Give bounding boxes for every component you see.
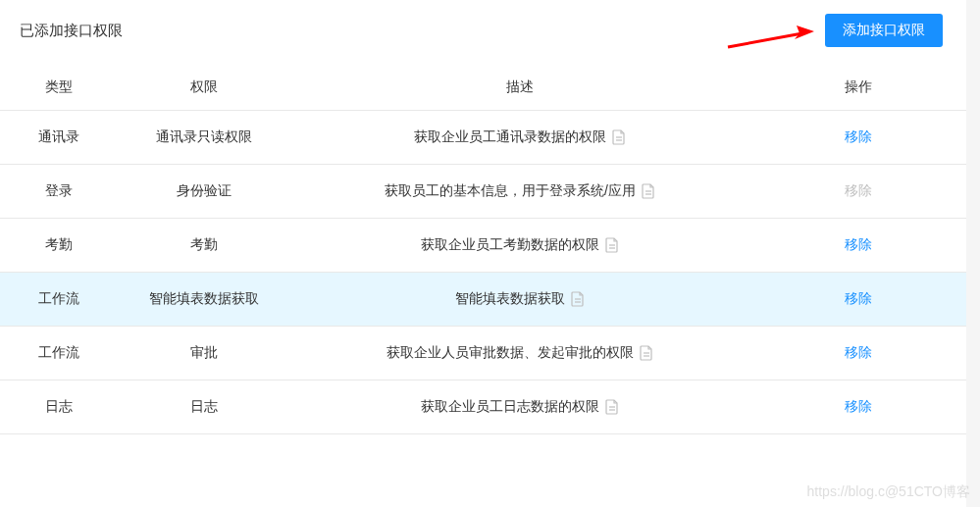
table-row[interactable]: 日志日志获取企业员工日志数据的权限移除 [0, 380, 966, 434]
document-icon [605, 237, 619, 253]
cell-type: 考勤 [0, 236, 118, 254]
remove-link: 移除 [845, 182, 872, 198]
document-icon [612, 129, 626, 145]
section-title: 已添加接口权限 [20, 22, 123, 40]
cell-type: 日志 [0, 398, 118, 416]
cell-operation: 移除 [750, 128, 966, 146]
column-header-type: 类型 [0, 78, 118, 96]
table-body: 通讯录通讯录只读权限获取企业员工通讯录数据的权限移除登录身份验证获取员工的基本信… [0, 110, 966, 434]
permissions-table: 类型 权限 描述 操作 通讯录通讯录只读权限获取企业员工通讯录数据的权限移除登录… [0, 65, 966, 434]
cell-operation: 移除 [750, 344, 966, 362]
table-row[interactable]: 通讯录通讯录只读权限获取企业员工通讯录数据的权限移除 [0, 110, 966, 164]
cell-operation: 移除 [750, 182, 966, 200]
cell-description: 获取员工的基本信息，用于登录系统/应用 [289, 182, 750, 200]
remove-link[interactable]: 移除 [845, 236, 872, 252]
table-row[interactable]: 工作流智能填表数据获取智能填表数据获取移除 [0, 272, 966, 326]
cell-type: 工作流 [0, 344, 118, 362]
svg-line-0 [728, 33, 802, 47]
cell-permission: 审批 [118, 344, 289, 362]
column-header-operation: 操作 [750, 78, 966, 96]
description-text: 获取企业人员审批数据、发起审批的权限 [387, 344, 634, 362]
remove-link[interactable]: 移除 [845, 128, 872, 144]
svg-marker-1 [795, 25, 814, 39]
cell-type: 登录 [0, 182, 118, 200]
description-text: 获取企业员工通讯录数据的权限 [414, 128, 606, 146]
table-row[interactable]: 考勤考勤获取企业员工考勤数据的权限移除 [0, 218, 966, 272]
remove-link[interactable]: 移除 [845, 344, 872, 360]
table-header-row: 类型 权限 描述 操作 [0, 65, 966, 110]
document-icon [642, 183, 655, 199]
cell-description: 获取企业员工通讯录数据的权限 [289, 128, 750, 146]
description-text: 获取企业员工日志数据的权限 [421, 398, 599, 416]
column-header-description: 描述 [289, 78, 750, 96]
description-text: 获取企业员工考勤数据的权限 [421, 236, 599, 254]
annotation-arrow-icon [726, 25, 814, 53]
document-icon [571, 291, 585, 307]
add-permission-button[interactable]: 添加接口权限 [825, 14, 943, 47]
document-icon [605, 399, 619, 415]
cell-type: 工作流 [0, 290, 118, 308]
cell-type: 通讯录 [0, 128, 118, 146]
document-icon [640, 345, 653, 361]
cell-description: 获取企业人员审批数据、发起审批的权限 [289, 344, 750, 362]
cell-operation: 移除 [750, 290, 966, 308]
remove-link[interactable]: 移除 [845, 398, 872, 414]
cell-description: 智能填表数据获取 [289, 290, 750, 308]
cell-description: 获取企业员工日志数据的权限 [289, 398, 750, 416]
cell-operation: 移除 [750, 236, 966, 254]
cell-operation: 移除 [750, 398, 966, 416]
table-row[interactable]: 工作流审批获取企业人员审批数据、发起审批的权限移除 [0, 326, 966, 380]
section-header: 已添加接口权限 添加接口权限 [0, 14, 966, 65]
table-row[interactable]: 登录身份验证获取员工的基本信息，用于登录系统/应用移除 [0, 164, 966, 218]
cell-permission: 身份验证 [118, 182, 289, 200]
cell-description: 获取企业员工考勤数据的权限 [289, 236, 750, 254]
description-text: 获取员工的基本信息，用于登录系统/应用 [385, 182, 636, 200]
column-header-permission: 权限 [118, 78, 289, 96]
cell-permission: 智能填表数据获取 [118, 290, 289, 308]
cell-permission: 日志 [118, 398, 289, 416]
cell-permission: 通讯录只读权限 [118, 128, 289, 146]
remove-link[interactable]: 移除 [845, 290, 872, 306]
cell-permission: 考勤 [118, 236, 289, 254]
description-text: 智能填表数据获取 [455, 290, 565, 308]
